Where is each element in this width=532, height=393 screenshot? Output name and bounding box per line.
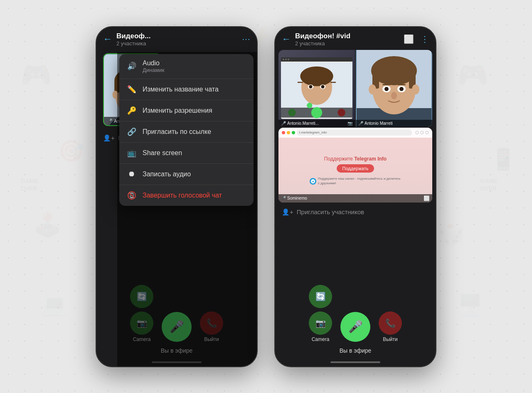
svg-rect-54 [382, 84, 391, 85]
bar-dot-1 [282, 131, 285, 134]
menu-item-audio[interactable]: 🔊 Audio Динамик [119, 54, 254, 79]
svg-text:GAME: GAME [480, 178, 498, 184]
record-icon: ⏺ [127, 169, 137, 179]
back-button-1[interactable]: ← [103, 34, 112, 44]
invite-text-2: Пригласить участников [297, 208, 364, 215]
large-mic-icon: 🎤 [281, 196, 286, 200]
invite-bar-2[interactable]: 👤+ Пригласить участников [275, 203, 436, 221]
cell-2-mic-icon: 🎤 [358, 121, 363, 126]
phone1-header-actions: ⋯ [242, 34, 250, 44]
svg-point-34 [309, 85, 312, 89]
svg-text:OVER: OVER [480, 185, 497, 192]
tg-description: Поддержите наш канал - подписывайтесь и … [318, 177, 401, 185]
phone2-header: ← Видеофон! #vid 2 участника ⬜ ⋮ [275, 27, 436, 50]
cell-1-name-bar: 🎤 Antonio.Marreti... 📷 [278, 120, 355, 127]
end-call-menu-text: Завершить голосовой чат [143, 192, 222, 199]
share-screen-label: Share screen [143, 149, 182, 157]
audio-menu-text: Audio Динамик [143, 59, 164, 73]
large-video-participant-name: 🎤 Sominemo [281, 196, 307, 200]
on-air-text-2: Вы в эфире [340, 347, 372, 354]
invite-link-menu-text: Пригласить по ссылке [143, 128, 211, 136]
menu-item-end-call[interactable]: 📵 Завершить голосовой чат [119, 185, 254, 206]
svg-text:🖥️: 🖥️ [457, 292, 483, 317]
link-icon: 🔗 [127, 127, 137, 137]
share-screen-menu-text: Share screen [143, 149, 182, 157]
record-menu-text: Записать аудио [143, 171, 191, 178]
svg-point-40 [311, 107, 322, 118]
rotate-circle-2: 🔄 [309, 285, 332, 308]
svg-text:📱: 📱 [490, 147, 517, 172]
camera-label-2: Camera [312, 336, 330, 342]
dot-1 [283, 59, 284, 60]
large-screen-icon: ⬜ [424, 195, 430, 201]
exit-circle-2: 📞 [379, 311, 402, 335]
phone2-header-actions: ⬜ ⋮ [404, 34, 429, 44]
exit-label-2: Выйти [383, 336, 398, 342]
mic-icon-1: 🎤 [107, 119, 112, 123]
large-video-bar: t.me/telegram_info ⬡ ⬡ ⬡ [278, 128, 432, 138]
phone2-title-block: Видеофон! #vid 2 участника [295, 32, 404, 47]
cell-1-name: 🎤 Antonio.Marreti... [281, 121, 319, 126]
support-button: Поддержать [337, 164, 374, 173]
volume-icon: 🔊 [127, 61, 137, 71]
svg-rect-37 [330, 82, 336, 83]
phone2-bottom-controls: 🔄 📷 Camera 🎤 📞 Выйти Вы в эфире [275, 285, 436, 354]
end-call-icon: 📵 [127, 190, 137, 200]
more-icon-1[interactable]: ⋯ [242, 34, 250, 44]
exit-btn-2[interactable]: 📞 Выйти [379, 311, 402, 342]
cell-2-name-bar: 🎤 Antonio Marreti [356, 120, 432, 127]
svg-point-58 [412, 84, 419, 94]
large-video-content: Поддержите Telegram Info Поддержать Подд… [278, 128, 432, 203]
phone-1: ← Видеоф... 2 участника ⋯ [96, 26, 258, 367]
svg-text:💻: 💻 [42, 292, 68, 317]
add-person-icon-2: 👤+ [282, 208, 293, 216]
mic-btn-2[interactable]: 🎤 [340, 312, 370, 342]
cell-2-name: 🎤 Antonio Marreti [358, 121, 393, 126]
screenshot-content [278, 50, 355, 127]
dot-2 [285, 59, 287, 60]
more-icon-2[interactable]: ⋮ [421, 34, 429, 44]
phone2-video-grid: 🎤 Antonio.Marreti... 📷 [278, 50, 432, 127]
mic-circle-2: 🎤 [340, 312, 370, 342]
rename-label: Изменить название чата [143, 86, 219, 93]
svg-point-57 [369, 84, 376, 94]
menu-item-share-screen[interactable]: 📺 Share screen [119, 143, 254, 164]
screen-icon-2[interactable]: ⬜ [404, 34, 414, 44]
camera-btn-2[interactable]: 📷 Camera [309, 311, 332, 342]
menu-item-record[interactable]: ⏺ Записать аудио [119, 164, 254, 185]
screen-share-icon: 📺 [127, 148, 137, 158]
end-call-label: Завершить голосовой чат [143, 192, 222, 199]
support-heading: Поддержите Telegram Info [324, 156, 387, 162]
rotate-btn-2[interactable]: 🔄 [309, 285, 332, 308]
cell-1-mic-icon: 🎤 [281, 121, 286, 126]
rename-menu-text: Изменить название чата [143, 86, 219, 93]
phone1-title: Видеоф... [116, 32, 242, 40]
audio-sublabel: Динамик [143, 67, 164, 73]
menu-item-invite-link[interactable]: 🔗 Пригласить по ссылке [119, 121, 254, 143]
phone1-title-block: Видеоф... 2 участника [116, 32, 242, 47]
bar-dot-3 [292, 131, 295, 134]
phone2-title: Видеофон! #vid [295, 32, 404, 40]
pencil-icon: ✏️ [127, 84, 137, 94]
dot-3 [288, 59, 289, 60]
audio-label: Audio [143, 59, 164, 67]
video-cell-screenshot: 🎤 Antonio.Marreti... 📷 [278, 50, 355, 127]
phone2-subtitle: 2 участника [295, 40, 404, 47]
menu-item-permissions[interactable]: 🔑 Изменить разрешения [119, 100, 254, 121]
home-indicator-2 [330, 361, 380, 363]
menu-item-rename[interactable]: ✏️ Изменить название чата [119, 79, 254, 100]
svg-rect-36 [298, 82, 303, 83]
bar-url: t.me/telegram_info [297, 130, 412, 136]
camera-circle-2: 📷 [309, 311, 332, 335]
dropdown-menu: 🔊 Audio Динамик ✏️ Изменить название чат… [119, 54, 254, 206]
svg-point-53 [399, 87, 404, 91]
cell-2-name-text: Antonio Marreti [365, 121, 393, 126]
permissions-menu-text: Изменить разрешения [143, 107, 212, 114]
back-button-2[interactable]: ← [282, 34, 291, 44]
invite-link-label: Пригласить по ссылке [143, 128, 211, 136]
large-name-text: Sominemo [287, 196, 307, 200]
phone-2: ← Видеофон! #vid 2 участника ⬜ ⋮ [274, 26, 436, 367]
large-video-share: t.me/telegram_info ⬡ ⬡ ⬡ Поддержите Tele… [278, 128, 432, 203]
svg-point-56 [391, 92, 397, 99]
phone2-controls-main: 📷 Camera 🎤 📞 Выйти [309, 311, 402, 342]
